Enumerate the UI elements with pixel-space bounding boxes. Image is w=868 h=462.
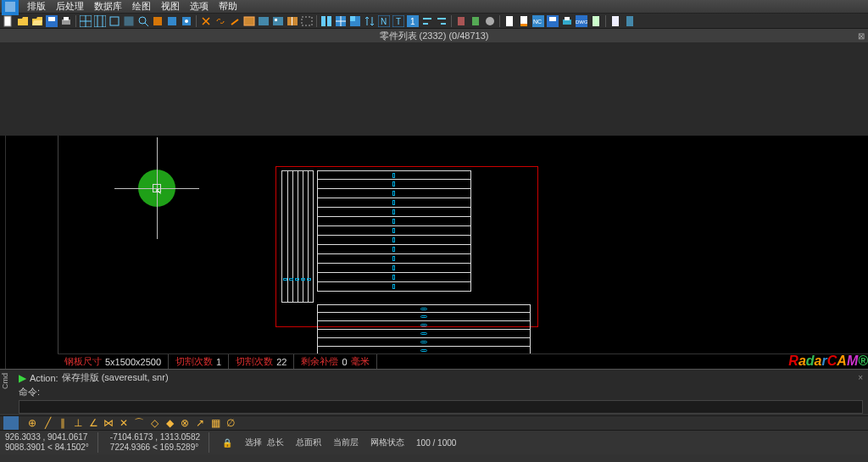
layout1-icon[interactable] <box>320 14 333 28</box>
length-label: 总长 <box>267 437 284 448</box>
svg-rect-46 <box>472 17 479 25</box>
square2-icon[interactable] <box>122 14 136 28</box>
new-icon[interactable] <box>2 14 15 28</box>
snap-grid-icon[interactable]: ▦ <box>209 416 222 430</box>
menu-help[interactable]: 帮助 <box>214 0 242 13</box>
play-icon[interactable]: ▶ <box>19 372 26 384</box>
separator <box>75 15 76 27</box>
cut-icon[interactable] <box>199 14 213 28</box>
snap-tan-icon[interactable]: ⌒ <box>132 416 146 430</box>
sheet-size-value: 5x1500x2500 <box>105 357 161 367</box>
svg-text:N: N <box>381 17 387 26</box>
svg-rect-1 <box>5 2 15 12</box>
app-icon[interactable] <box>2 1 19 13</box>
tool-a-icon[interactable] <box>454 14 468 28</box>
separator <box>499 15 500 27</box>
lock-icon[interactable]: 🔒 <box>221 437 233 448</box>
svg-rect-2 <box>4 16 11 26</box>
coords-relative: -7104.6173 , 1313.05827224.9366 < 169.52… <box>110 432 209 453</box>
command-prompt-label: 命令: <box>0 386 868 400</box>
layout3-icon[interactable] <box>348 14 362 28</box>
img5-icon[interactable] <box>300 14 314 28</box>
save2-icon[interactable] <box>546 14 559 28</box>
config2-icon[interactable] <box>165 14 179 28</box>
tool-c-icon[interactable] <box>483 14 497 28</box>
exp2-icon[interactable] <box>609 14 622 28</box>
img1-icon[interactable] <box>242 14 256 28</box>
align1-icon[interactable] <box>420 14 434 28</box>
snap-perp-icon[interactable]: ⊥ <box>71 416 85 430</box>
snap-center-icon[interactable]: ⊕ <box>25 416 39 430</box>
status-bar: 926.3033 , 9041.06179088.3901 < 84.1502°… <box>0 431 868 454</box>
img2-icon[interactable] <box>257 14 270 28</box>
snap-mid-icon[interactable]: ⋈ <box>102 416 115 430</box>
svg-text:DWG: DWG <box>576 19 587 25</box>
config3-icon[interactable] <box>180 14 193 28</box>
snap-endpoint-icon[interactable]: ╱ <box>41 416 54 430</box>
command-close-icon[interactable]: × <box>858 373 863 382</box>
svg-point-15 <box>139 17 146 24</box>
tool1-icon[interactable] <box>228 14 242 28</box>
print-icon[interactable] <box>59 14 73 28</box>
open2-icon[interactable] <box>31 14 44 28</box>
link-icon[interactable] <box>214 14 227 28</box>
open-icon[interactable] <box>16 14 30 28</box>
exp1-icon[interactable] <box>589 14 603 28</box>
svg-rect-21 <box>244 17 254 25</box>
print2-icon[interactable] <box>560 14 574 28</box>
nesting-sheet[interactable] <box>275 166 538 327</box>
n-icon[interactable]: N <box>377 14 391 28</box>
part-row-group-2 <box>317 304 531 355</box>
layer-label: 当前层 <box>333 437 359 448</box>
snap-ext-icon[interactable]: ↗ <box>193 416 207 430</box>
command-input[interactable] <box>19 400 863 414</box>
file2-icon[interactable] <box>517 14 531 28</box>
svg-rect-42 <box>423 23 428 25</box>
color-swatch[interactable] <box>3 416 19 430</box>
svg-rect-45 <box>458 17 465 25</box>
command-panel: Cmd ▶ Action: 保存排版 (saveresult, snr) × 命… <box>0 369 868 414</box>
parts-list-close-icon[interactable]: ⊠ <box>858 31 865 41</box>
save-icon[interactable] <box>45 14 58 28</box>
menu-options[interactable]: 选项 <box>185 0 214 13</box>
snap-parallel-icon[interactable]: ∥ <box>56 416 70 430</box>
snap-int-icon[interactable]: ✕ <box>117 416 131 430</box>
grid-icon[interactable] <box>79 14 92 28</box>
snap-angle-icon[interactable]: ∠ <box>86 416 100 430</box>
tool-b-icon[interactable] <box>469 14 482 28</box>
img4-icon[interactable] <box>286 14 299 28</box>
svg-text:NC: NC <box>533 19 542 25</box>
t-icon[interactable]: T <box>392 14 405 28</box>
one-icon[interactable]: 1 <box>406 14 420 28</box>
nc-icon[interactable]: NC <box>531 14 545 28</box>
snap-node-icon[interactable]: ◇ <box>147 416 161 430</box>
snap-none-icon[interactable]: ∅ <box>224 416 237 430</box>
config-icon[interactable] <box>151 14 164 28</box>
svg-line-16 <box>145 23 148 26</box>
sort-icon[interactable] <box>363 14 376 28</box>
align2-icon[interactable] <box>435 14 448 28</box>
svg-rect-10 <box>94 15 106 27</box>
menu-layout[interactable]: 排版 <box>22 0 51 13</box>
part-column-group <box>281 170 314 303</box>
layout2-icon[interactable] <box>334 14 348 28</box>
exp3-icon[interactable] <box>623 14 637 28</box>
grid2-icon[interactable] <box>93 14 107 28</box>
svg-rect-26 <box>292 17 292 25</box>
menu-view[interactable]: 视图 <box>156 0 185 13</box>
dwg-icon[interactable]: DWG <box>575 14 588 28</box>
menu-postprocess[interactable]: 后处理 <box>51 0 89 13</box>
square-icon[interactable] <box>108 14 121 28</box>
drawing-viewport[interactable]: ↖ 钢板尺寸5x1500x2500 切割次数1 切割次数22 剩余补偿0毫米 <box>0 136 868 369</box>
zoom-icon[interactable] <box>136 14 150 28</box>
svg-rect-61 <box>626 16 633 26</box>
parts-list-bar: 零件列表 (2332) (0/48713) ⊠ <box>0 29 868 42</box>
menu-database[interactable]: 数据库 <box>89 0 127 13</box>
img3-icon[interactable] <box>271 14 285 28</box>
menu-draw[interactable]: 绘图 <box>127 0 156 13</box>
snap-near-icon[interactable]: ⊗ <box>178 416 192 430</box>
snap-quad-icon[interactable]: ◆ <box>163 416 176 430</box>
app-logo: RadarCAM® <box>788 353 868 369</box>
empty-panel <box>0 42 868 136</box>
file1-icon[interactable] <box>503 14 516 28</box>
